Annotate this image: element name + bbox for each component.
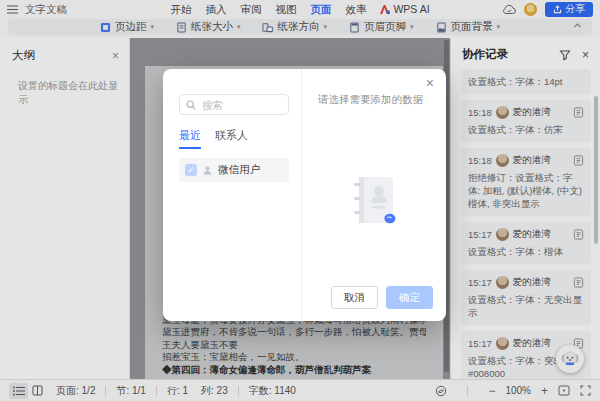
search-input[interactable] xyxy=(200,98,282,112)
tab-contacts[interactable]: 联系人 xyxy=(215,128,248,149)
contact-checkbox[interactable]: ✓ xyxy=(185,164,197,176)
contact-list: ✓ 微信用户 xyxy=(179,158,289,182)
wps-writer-window: 文字文稿 开始插入审阅视图页面效率WPS AI 分享 xyxy=(0,0,600,401)
contact-picker-left-pane: 最近 联系人 ✓ 微信用户 xyxy=(163,69,302,321)
contact-picker-right-pane: 请选择需要添加的数据 取消 确定 xyxy=(302,69,446,321)
contact-picker-dialog: × 最近 联系人 ✓ 微信用户 xyxy=(163,69,446,321)
empty-state-illustration xyxy=(343,173,405,231)
contact-row[interactable]: ✓ 微信用户 xyxy=(179,158,289,182)
contact-tabs: 最近 联系人 xyxy=(179,128,289,149)
address-book-icon xyxy=(343,173,405,227)
cancel-button[interactable]: 取消 xyxy=(331,286,378,309)
confirm-button[interactable]: 确定 xyxy=(386,286,433,309)
tab-recent[interactable]: 最近 xyxy=(179,128,201,149)
selection-hint-text: 请选择需要添加的数据 xyxy=(318,93,432,107)
search-icon xyxy=(186,100,196,110)
search-box[interactable] xyxy=(179,94,289,115)
dialog-footer: 取消 确定 xyxy=(331,286,433,309)
person-icon xyxy=(202,165,213,176)
contact-name: 微信用户 xyxy=(218,163,260,177)
